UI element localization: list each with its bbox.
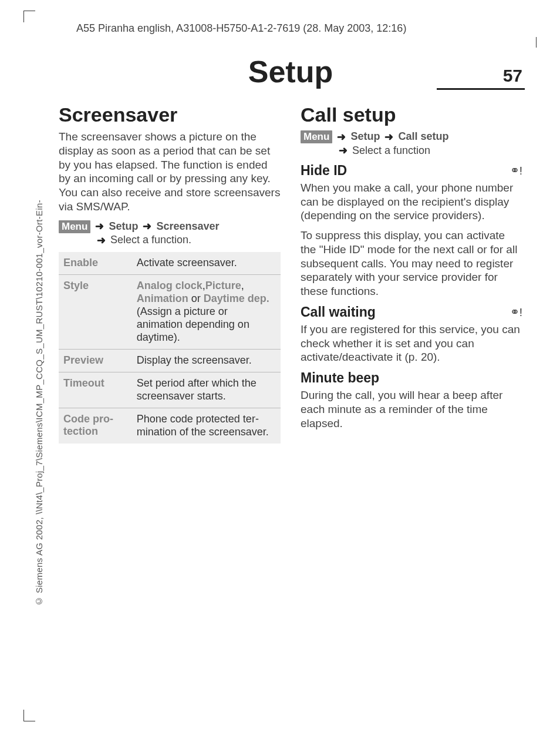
menu-softkey-icon: Menu xyxy=(301,130,332,143)
arrow-icon: ➜ xyxy=(95,220,104,233)
crop-mark-top-right xyxy=(536,37,537,48)
hide-id-paragraph-2: To suppress this display, you can activa… xyxy=(301,229,522,298)
style-daytime-dep: Daytime dep. xyxy=(204,293,269,304)
path-setup-label: Setup xyxy=(350,130,380,142)
document-header-info: A55 Piranha english, A31008-H5750-A1-2-7… xyxy=(76,22,406,35)
left-column: Screensaver The screensaver shows a pict… xyxy=(59,103,281,444)
arrow-icon: ➜ xyxy=(339,144,348,157)
table-row: Code pro­tection Phone code protected te… xyxy=(59,408,281,443)
option-code-protection-label: Code pro­tection xyxy=(59,408,132,443)
crop-mark-top-left xyxy=(23,11,35,22)
screensaver-heading: Screensaver xyxy=(59,103,281,126)
option-enable-desc: Activate screensaver. xyxy=(132,252,281,274)
page-number-underline xyxy=(437,88,525,90)
style-picture: Picture xyxy=(205,280,241,291)
option-timeout-label: Timeout xyxy=(59,372,132,408)
crop-mark-bottom-left xyxy=(23,710,35,721)
network-provider-icon: ⚭! xyxy=(510,305,522,319)
arrow-icon: ➜ xyxy=(384,130,393,144)
network-provider-icon: ⚭! xyxy=(510,164,522,177)
call-setup-heading: Call setup xyxy=(301,103,522,126)
table-row: Preview Display the screensaver. xyxy=(59,350,281,372)
table-row: Timeout Set period after which the scree… xyxy=(59,372,281,408)
call-waiting-heading-row: Call waiting ⚭! xyxy=(301,304,522,320)
call-waiting-heading: Call waiting xyxy=(301,304,376,320)
option-code-protection-desc: Phone code protected ter­mination of the… xyxy=(132,408,281,443)
right-column: Call setup Menu ➜ Setup ➜ Call setup ➜ S… xyxy=(301,103,522,444)
path-select-function-label: Select a function. xyxy=(110,234,191,246)
chapter-title: Setup xyxy=(59,54,522,89)
sep: , xyxy=(241,280,244,291)
option-timeout-desc: Set period after which the screensaver s… xyxy=(132,372,281,408)
option-enable-label: Enable xyxy=(59,252,132,274)
path-setup-label: Setup xyxy=(109,220,138,232)
minute-beep-heading: Minute beep xyxy=(301,370,379,386)
path-select-function-label: Select a function xyxy=(352,145,430,156)
table-row: Style Analog clock,Picture, Animation or… xyxy=(59,275,281,350)
arrow-icon: ➜ xyxy=(97,234,106,247)
page-number: 57 xyxy=(503,66,522,86)
page-content: Setup 57 Screensaver The screensaver sho… xyxy=(59,54,522,444)
screensaver-menu-path: Menu ➜ Setup ➜ Screensaver ➜ Select a fu… xyxy=(59,220,281,248)
option-preview-label: Preview xyxy=(59,350,132,372)
style-animation: Animation xyxy=(137,293,188,304)
table-row: Enable Activate screensaver. xyxy=(59,252,281,274)
style-analog-clock: Analog clock xyxy=(137,280,203,291)
arrow-icon: ➜ xyxy=(143,220,151,233)
path-call-setup-label: Call setup xyxy=(398,130,448,142)
document-spine-path: © Siemens AG 2002, \\Nt4\_Proj_7\Siemens… xyxy=(34,200,44,606)
screensaver-options-table: Enable Activate screensaver. Style Analo… xyxy=(59,252,281,443)
chapter-title-row: Setup 57 xyxy=(59,54,522,89)
hide-id-paragraph-1: When you make a call, your phone number … xyxy=(301,181,522,223)
path-screensaver-label: Screensaver xyxy=(156,220,219,232)
call-waiting-paragraph: If you are registered for this service, … xyxy=(301,323,522,364)
option-style-desc: Analog clock,Picture, Animation or Dayti… xyxy=(132,275,281,350)
arrow-icon: ➜ xyxy=(337,130,346,144)
minute-beep-heading-row: Minute beep xyxy=(301,370,522,386)
minute-beep-paragraph: During the call, you will hear a beep af… xyxy=(301,388,522,430)
hide-id-heading-row: Hide ID ⚭! xyxy=(301,163,522,179)
or-text: or xyxy=(188,293,204,304)
call-setup-menu-path: Menu ➜ Setup ➜ Call setup ➜ Select a fun… xyxy=(301,130,522,158)
screensaver-description: The screensaver shows a picture on the d… xyxy=(59,130,281,214)
style-rest: (Assign a picture or animation depending… xyxy=(137,305,249,343)
two-column-layout: Screensaver The screensaver shows a pict… xyxy=(59,103,522,444)
hide-id-heading: Hide ID xyxy=(301,163,347,179)
option-style-label: Style xyxy=(59,275,132,350)
menu-softkey-icon: Menu xyxy=(59,220,90,233)
option-preview-desc: Display the screensaver. xyxy=(132,350,281,372)
